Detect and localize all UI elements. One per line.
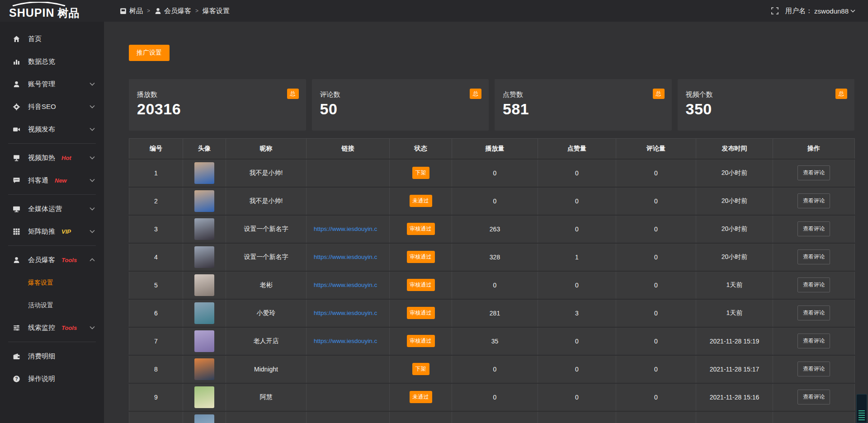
view-comments-button[interactable]: 查看评论: [797, 306, 830, 320]
cell-id: 5: [129, 271, 183, 299]
sidebar-item-label: 抖客通: [28, 176, 48, 185]
sidebar-divider: [8, 342, 96, 342]
user-icon: [154, 7, 162, 15]
fullscreen-icon[interactable]: [771, 7, 778, 14]
cell-status: 下架: [390, 355, 452, 383]
total-badge: 总: [287, 89, 299, 99]
floating-widget[interactable]: [856, 394, 867, 423]
video-link[interactable]: https://www.iesdouyin.c: [314, 338, 388, 344]
avatar: [194, 246, 214, 268]
stat-value: 50: [320, 100, 481, 118]
sidebar-divider: [8, 143, 96, 144]
cell-time: 2021-11-28 15:19: [696, 327, 773, 355]
cell-status: 下架: [390, 159, 452, 187]
user-menu[interactable]: 用户名： zswodun88: [785, 7, 855, 15]
help-icon: ?: [13, 375, 22, 383]
dashboard-icon: [119, 7, 127, 15]
sidebar-subitem[interactable]: 活动设置: [0, 294, 104, 316]
table-row: 4设置一个新名字https://www.iesdouyin.c审核通过32810…: [129, 243, 855, 271]
sidebar-item[interactable]: 矩阵助推VIP: [0, 220, 104, 243]
video-link[interactable]: https://www.iesdouyin.c: [314, 310, 388, 316]
cell-likes: 0: [538, 327, 616, 355]
cell-likes: 0: [538, 383, 616, 411]
avatar: [194, 274, 214, 296]
column-header: 播放量: [452, 139, 538, 159]
column-header: 操作: [773, 139, 855, 159]
cell-plays: 0: [452, 271, 538, 299]
view-comments-button[interactable]: 查看评论: [797, 277, 830, 292]
promo-settings-button[interactable]: 推广设置: [129, 45, 170, 61]
column-header: 头像: [183, 139, 226, 159]
cell-nickname: 阿慧: [226, 383, 307, 411]
breadcrumb-item[interactable]: 会员爆客: [154, 7, 191, 15]
chevron-down-icon: [90, 326, 95, 329]
sidebar-item[interactable]: 抖客通New: [0, 169, 104, 192]
avatar: [194, 414, 214, 423]
username-value: zswodun88: [814, 7, 849, 15]
view-comments-button[interactable]: 查看评论: [797, 249, 830, 264]
breadcrumb-item[interactable]: 树品: [119, 7, 143, 15]
logo-suffix: 树品: [57, 6, 79, 20]
cell-plays: 35: [452, 327, 538, 355]
video-link[interactable]: https://www.iesdouyin.c: [314, 254, 388, 260]
cell-time: 1天前: [696, 271, 773, 299]
table-row: 1我不是小帅!下架00020小时前查看评论: [129, 159, 855, 187]
cell-link: https://www.iesdouyin.c: [307, 215, 390, 243]
cell-status: [390, 411, 452, 423]
sidebar-item[interactable]: 全媒体运营: [0, 197, 104, 220]
sidebar-item[interactable]: 抖音SEO: [0, 95, 104, 118]
cell-comments: 0: [616, 215, 696, 243]
sidebar-item[interactable]: 视频发布: [0, 118, 104, 141]
sidebar-item[interactable]: ?操作说明: [0, 367, 104, 390]
sidebar-item-label: 矩阵助推: [28, 227, 55, 236]
sidebar-subitem[interactable]: 爆客设置: [0, 271, 104, 294]
sidebar-item[interactable]: 账号管理: [0, 73, 104, 95]
sliders-icon: [13, 324, 22, 332]
chevron-down-icon: [90, 207, 95, 211]
sidebar-item-label: 全媒体运营: [28, 205, 62, 213]
cell-link: [307, 187, 390, 215]
view-comments-button[interactable]: 查看评论: [797, 165, 830, 180]
sidebar-item[interactable]: 数据总览: [0, 50, 104, 73]
logo[interactable]: SHUPIN 树品: [0, 0, 104, 22]
cell-nickname: 我不是小帅!: [226, 187, 307, 215]
breadcrumb-separator: >: [195, 8, 198, 14]
status-badge: 下架: [412, 363, 429, 375]
table-row: [129, 411, 855, 423]
wallet-icon: [13, 352, 22, 360]
view-comments-button[interactable]: 查看评论: [797, 221, 830, 236]
sidebar-item[interactable]: 线索监控Tools: [0, 316, 104, 339]
view-comments-button[interactable]: 查看评论: [797, 334, 830, 348]
view-comments-button[interactable]: 查看评论: [797, 390, 830, 404]
sidebar-divider: [8, 245, 96, 246]
cell-id: 9: [129, 383, 183, 411]
view-comments-button[interactable]: 查看评论: [797, 193, 830, 208]
sidebar-item[interactable]: 首页: [0, 28, 104, 50]
chevron-down-icon: [90, 105, 95, 108]
sidebar: 首页数据总览账号管理抖音SEO视频发布视频加热Hot抖客通New全媒体运营矩阵助…: [0, 22, 104, 423]
status-badge: 审核通过: [407, 335, 435, 347]
sidebar-item[interactable]: 会员爆客Tools: [0, 249, 104, 271]
view-comments-button[interactable]: 查看评论: [797, 362, 830, 376]
status-badge: 未通过: [410, 391, 432, 403]
video-link[interactable]: https://www.iesdouyin.c: [314, 282, 388, 288]
breadcrumb-item[interactable]: 爆客设置: [203, 7, 230, 15]
table-row: 5老彬https://www.iesdouyin.c审核通过0001天前查看评论: [129, 271, 855, 299]
table-row: 6小爱玲https://www.iesdouyin.c审核通过281301天前查…: [129, 299, 855, 327]
cell-id: [129, 411, 183, 423]
sidebar-item-label: 消费明细: [28, 352, 55, 361]
cell-comments: 0: [616, 383, 696, 411]
table-row: 9阿慧未通过0002021-11-28 15:16查看评论: [129, 383, 855, 411]
sidebar-item[interactable]: 消费明细: [0, 345, 104, 367]
sidebar-divider: [8, 194, 96, 195]
cell-avatar: [183, 383, 226, 411]
cell-action: 查看评论: [773, 299, 855, 327]
stat-value: 581: [503, 100, 664, 118]
cell-action: [773, 411, 855, 423]
cell-likes: 3: [538, 299, 616, 327]
sidebar-item[interactable]: 视频加热Hot: [0, 146, 104, 169]
video-link[interactable]: https://www.iesdouyin.c: [314, 226, 388, 232]
cell-nickname: Midnight: [226, 355, 307, 383]
cell-status: 审核通过: [390, 215, 452, 243]
sidebar-item-badge: Tools: [61, 257, 77, 263]
